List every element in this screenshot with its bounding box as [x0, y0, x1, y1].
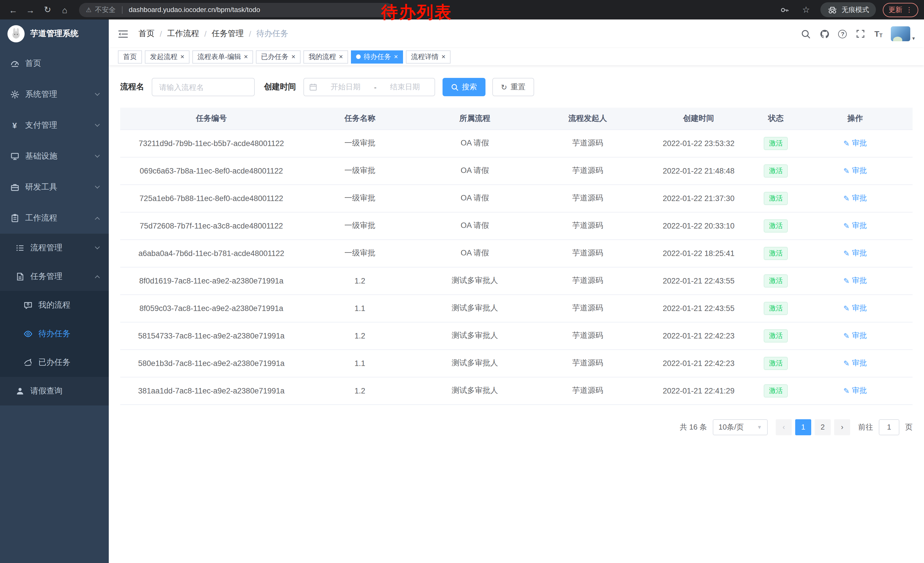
- forward-icon[interactable]: →: [23, 2, 38, 17]
- annotation-overlay: 待办列表: [381, 1, 452, 24]
- tab-process-form-edit[interactable]: 流程表单-编辑 ×: [192, 50, 253, 63]
- list-icon: [15, 243, 25, 252]
- tab-label: 首页: [123, 52, 137, 62]
- next-page-button[interactable]: ›: [834, 419, 850, 435]
- total-count: 共 16 条: [680, 422, 707, 432]
- sidebar-item-workflow[interactable]: 工作流程: [0, 203, 109, 234]
- status-cell: 激活: [754, 157, 798, 185]
- action-cell: ✎审批: [798, 129, 912, 157]
- collapse-sidebar-icon[interactable]: [118, 30, 128, 38]
- breadcrumb-task-management[interactable]: 任务管理: [212, 29, 244, 39]
- column-header-task-name: 任务名称: [303, 108, 417, 129]
- breadcrumb-workflow[interactable]: 工作流程: [167, 29, 199, 39]
- process-cell: 测试多审批人: [417, 267, 532, 294]
- sidebar-item-task-management[interactable]: 任务管理: [0, 262, 109, 291]
- sidebar-item-label: 工作流程: [25, 213, 90, 224]
- sidebar-item-done-tasks[interactable]: 已办任务: [0, 348, 109, 377]
- process-cell: 测试多审批人: [417, 349, 532, 377]
- close-icon[interactable]: ×: [180, 53, 184, 60]
- status-cell: 激活: [754, 129, 798, 157]
- chevron-down-icon: [95, 122, 100, 127]
- more-menu-icon[interactable]: ⋮: [906, 6, 912, 14]
- font-size-icon[interactable]: TT: [874, 29, 882, 38]
- approve-link[interactable]: ✎审批: [843, 386, 867, 396]
- approve-link[interactable]: ✎审批: [843, 358, 867, 368]
- approve-link[interactable]: ✎审批: [843, 165, 867, 176]
- search-button-label: 搜索: [462, 82, 477, 92]
- close-icon[interactable]: ×: [339, 53, 343, 60]
- close-icon[interactable]: ×: [291, 53, 296, 60]
- chat-bubble-icon: [23, 301, 33, 310]
- breadcrumb-home[interactable]: 首页: [138, 29, 154, 39]
- tab-my-processes[interactable]: 我的流程 ×: [303, 50, 348, 63]
- sidebar-item-devtools[interactable]: 研发工具: [0, 172, 109, 203]
- app-logo[interactable]: 芋道管理系统: [0, 20, 109, 48]
- goto-page-input[interactable]: [879, 419, 899, 435]
- fullscreen-icon[interactable]: [856, 29, 866, 39]
- process-cell: 测试多审批人: [417, 322, 532, 349]
- calendar-icon: [309, 83, 317, 91]
- process-name-input[interactable]: [152, 78, 255, 96]
- tab-start-process[interactable]: 发起流程 ×: [145, 50, 189, 63]
- search-button[interactable]: 搜索: [442, 78, 486, 96]
- close-icon[interactable]: ×: [244, 53, 248, 60]
- starter-cell: 芋道源码: [532, 129, 643, 157]
- reload-icon[interactable]: ↻: [40, 2, 55, 17]
- github-icon[interactable]: [819, 29, 830, 39]
- approve-link[interactable]: ✎审批: [843, 138, 867, 148]
- status-cell: 激活: [754, 349, 798, 377]
- created-cell: 2022-01-22 21:48:48: [643, 157, 754, 185]
- approve-link[interactable]: ✎审批: [843, 330, 867, 341]
- starter-cell: 芋道源码: [532, 212, 643, 239]
- sidebar-item-my-processes[interactable]: 我的流程: [0, 291, 109, 320]
- status-badge: 激活: [764, 164, 788, 177]
- chevron-down-icon: [95, 245, 100, 249]
- edit-icon: ✎: [843, 249, 850, 257]
- sidebar-item-leave-query[interactable]: 请假查询: [0, 377, 109, 405]
- address-bar[interactable]: ⚠ 不安全 dashboard.yudao.iocoder.cn/bpm/tas…: [79, 3, 394, 17]
- bookmark-star-icon[interactable]: ☆: [799, 2, 813, 17]
- update-button[interactable]: 更新 ⋮: [883, 3, 918, 17]
- user-menu[interactable]: ▾: [891, 26, 915, 41]
- page-button-2[interactable]: 2: [814, 419, 831, 435]
- task-doc-icon: [15, 272, 25, 281]
- reset-button[interactable]: ↻ 重置: [492, 78, 534, 96]
- approve-link[interactable]: ✎审批: [843, 275, 867, 286]
- task-id-cell: 58154733-7ac8-11ec-a9e2-a2380e71991a: [120, 322, 303, 349]
- sidebar-item-todo-tasks[interactable]: 待办任务: [0, 320, 109, 348]
- search-icon[interactable]: [801, 29, 811, 39]
- approve-link[interactable]: ✎审批: [843, 248, 867, 258]
- approve-link[interactable]: ✎审批: [843, 193, 867, 203]
- date-range-picker[interactable]: 开始日期 - 结束日期: [303, 78, 435, 96]
- end-date-placeholder: 结束日期: [380, 82, 429, 92]
- close-icon[interactable]: ×: [394, 53, 398, 60]
- tab-process-detail[interactable]: 流程详情 ×: [406, 50, 450, 63]
- key-icon[interactable]: [777, 2, 792, 17]
- help-icon[interactable]: ?: [838, 30, 847, 38]
- page-size-select[interactable]: 10条/页 ▼: [713, 419, 768, 435]
- sidebar-item-payment[interactable]: ¥ 支付管理: [0, 110, 109, 141]
- sidebar-item-process-management[interactable]: 流程管理: [0, 234, 109, 262]
- edit-icon: ✎: [843, 359, 850, 368]
- tab-home[interactable]: 首页: [118, 50, 142, 63]
- close-icon[interactable]: ×: [441, 53, 446, 60]
- tab-todo-tasks[interactable]: 待办任务 ×: [351, 50, 403, 63]
- start-date-placeholder: 开始日期: [321, 82, 370, 92]
- sidebar-item-home[interactable]: 首页: [0, 48, 109, 79]
- task-name-cell: 一级审批: [303, 239, 417, 267]
- chevron-up-icon: [95, 217, 100, 222]
- reset-button-label: 重置: [511, 82, 525, 92]
- sidebar-item-system[interactable]: 系统管理: [0, 79, 109, 110]
- sidebar-item-infrastructure[interactable]: 基础设施: [0, 141, 109, 172]
- approve-link[interactable]: ✎审批: [843, 303, 867, 313]
- page-button-1[interactable]: 1: [795, 419, 811, 435]
- column-header-action: 操作: [798, 108, 912, 129]
- home-icon[interactable]: ⌂: [57, 2, 72, 17]
- prev-page-button[interactable]: ‹: [776, 419, 792, 435]
- task-table: 任务编号 任务名称 所属流程 流程发起人 创建时间 状态 操作 73211d9d…: [120, 108, 912, 405]
- table-row: 069c6a63-7b8a-11ec-8ef0-acde48001122 一级审…: [120, 157, 912, 185]
- tab-done-tasks[interactable]: 已办任务 ×: [256, 50, 300, 63]
- process-cell: 测试多审批人: [417, 377, 532, 404]
- approve-link[interactable]: ✎审批: [843, 221, 867, 231]
- back-icon[interactable]: ←: [6, 2, 21, 17]
